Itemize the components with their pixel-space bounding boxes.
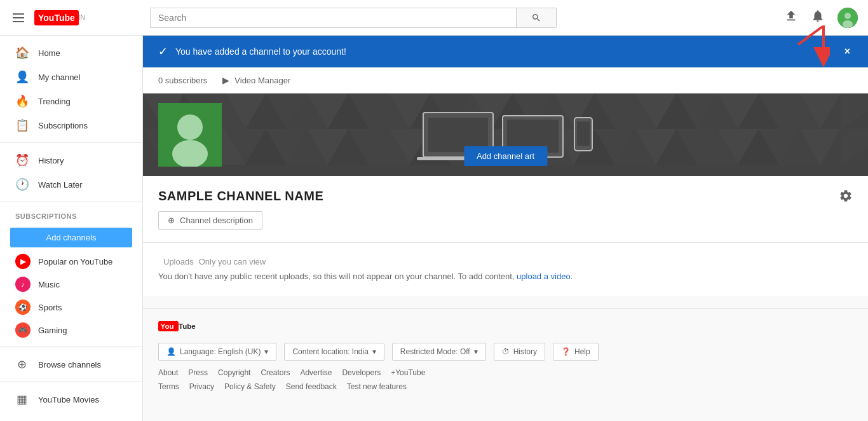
youtube-logo[interactable]: YouTube IN: [34, 10, 85, 25]
header-center: [150, 8, 784, 28]
popular-icon: ▶: [15, 254, 31, 269]
stats-bar: 0 subscribers ▶ Video Manager: [143, 67, 868, 93]
footer-history-button[interactable]: ⏱ History: [494, 343, 545, 361]
content-dropdown-icon: ▾: [372, 347, 376, 356]
footer-link-developers[interactable]: Developers: [342, 368, 381, 377]
footer-link-plusyoutube[interactable]: +YouTube: [391, 368, 425, 377]
notif-close-button[interactable]: ×: [842, 43, 853, 60]
channel-description-button[interactable]: ⊕ Channel description: [158, 211, 262, 230]
content-location-button[interactable]: Content location: India ▾: [284, 343, 384, 361]
search-button[interactable]: [516, 8, 557, 28]
footer-logo[interactable]: You Tube: [158, 319, 853, 335]
footer: You Tube 👤 Language: English (UK) ▾ Cont…: [143, 308, 868, 401]
sidebar-divider-2: [0, 202, 142, 202]
uploads-message: You don't have any public recent uploads…: [158, 272, 514, 281]
header-right: [784, 8, 858, 28]
main-content: ✓ You have added a channel to your accou…: [143, 36, 868, 421]
sidebar-label-movies: YouTube Movies: [38, 395, 99, 404]
sports-icon: ⚽: [15, 300, 31, 315]
language-button[interactable]: 👤 Language: English (UK) ▾: [158, 343, 276, 361]
sidebar-item-music[interactable]: ♪ Music: [0, 273, 142, 296]
footer-link-terms[interactable]: Terms: [158, 382, 179, 391]
footer-link-copyright[interactable]: Copyright: [218, 368, 250, 377]
footer-help-button[interactable]: ❓ Help: [553, 343, 599, 361]
footer-help-label: Help: [574, 347, 590, 356]
footer-link-press[interactable]: Press: [188, 368, 208, 377]
notif-text: You have added a channel to your account…: [175, 46, 842, 57]
search-input[interactable]: [150, 8, 516, 28]
svg-point-76: [177, 114, 203, 140]
sidebar-item-browse[interactable]: ⊕ Browse channels: [0, 352, 142, 376]
sidebar-label-history: History: [38, 156, 64, 165]
sidebar-item-trending[interactable]: 🔥 Trending: [0, 89, 142, 113]
restricted-mode-button[interactable]: Restricted Mode: Off ▾: [392, 343, 486, 361]
sidebar-item-movies[interactable]: ▦ YouTube Movies: [0, 387, 142, 411]
footer-link-testnew[interactable]: Test new features: [347, 382, 407, 391]
add-channel-art-button[interactable]: Add channel art: [464, 146, 547, 166]
channel-settings-icon[interactable]: [839, 189, 853, 206]
logo-in: IN: [79, 14, 85, 21]
header-left: YouTube IN: [10, 10, 150, 25]
sidebar: 🏠 Home 👤 My channel 🔥 Trending 📋 Subscri…: [0, 36, 143, 421]
header: YouTube IN: [0, 0, 868, 36]
sidebar-item-subscriptions[interactable]: 📋 Subscriptions: [0, 113, 142, 137]
footer-link-feedback[interactable]: Send feedback: [286, 382, 337, 391]
restricted-mode-label: Restricted Mode: Off: [400, 347, 470, 356]
sidebar-label-popular: Popular on YouTube: [38, 257, 112, 266]
uploads-title: Uploads: [163, 257, 194, 266]
sidebar-item-history[interactable]: ⏰ History: [0, 148, 142, 172]
sidebar-label-mychannel: My channel: [38, 72, 80, 82]
content-location-label: Content location: India: [292, 347, 368, 356]
sidebar-divider-4: [0, 382, 142, 382]
sidebar-item-gaming[interactable]: 🎮 Gaming: [0, 319, 142, 342]
channel-avatar: [158, 103, 222, 167]
notification-bar: ✓ You have added a channel to your accou…: [143, 36, 868, 67]
sidebar-item-watchlater[interactable]: 🕐 Watch Later: [0, 172, 142, 197]
hamburger-menu[interactable]: [10, 11, 27, 25]
notif-check-icon: ✓: [158, 45, 168, 59]
search-bar: [150, 8, 557, 28]
svg-point-4: [844, 13, 851, 19]
sidebar-divider-1: [0, 142, 142, 143]
mychannel-icon: 👤: [15, 70, 28, 84]
sidebar-label-home: Home: [38, 48, 60, 58]
svg-text:You: You: [161, 322, 174, 330]
sidebar-item-sports[interactable]: ⚽ Sports: [0, 296, 142, 319]
channel-page: 0 subscribers ▶ Video Manager: [143, 67, 868, 296]
channel-avatar-area: [158, 93, 222, 176]
restricted-dropdown-icon: ▾: [474, 347, 478, 356]
upload-video-link[interactable]: upload a video: [517, 272, 571, 281]
footer-links-2: Terms Privacy Policy & Safety Send feedb…: [158, 382, 853, 391]
footer-link-privacy[interactable]: Privacy: [189, 382, 214, 391]
sidebar-label-trending: Trending: [38, 97, 71, 106]
subscriptions-header: SUBSCRIPTIONS: [0, 207, 142, 225]
uploads-section: UploadsOnly you can view You don't have …: [143, 243, 868, 296]
channel-details: SAMPLE CHANNEL NAME ⊕ Channel descriptio…: [158, 189, 323, 230]
sidebar-divider-3: [0, 347, 142, 347]
sidebar-label-watchlater: Watch Later: [38, 180, 83, 190]
notifications-icon[interactable]: [811, 9, 825, 26]
user-avatar[interactable]: [837, 8, 858, 28]
sidebar-label-sports: Sports: [38, 303, 62, 312]
language-icon: 👤: [166, 347, 176, 356]
video-manager-link[interactable]: ▶ Video Manager: [222, 75, 290, 85]
footer-link-about[interactable]: About: [158, 368, 178, 377]
footer-history-label: History: [513, 347, 537, 356]
channel-name: SAMPLE CHANNEL NAME: [158, 189, 323, 204]
sidebar-item-mychannel[interactable]: 👤 My channel: [0, 65, 142, 89]
video-manager-icon: ▶: [222, 75, 229, 85]
sidebar-label-subscriptions: Subscriptions: [38, 121, 88, 130]
footer-link-creators[interactable]: Creators: [261, 368, 290, 377]
sidebar-item-popular[interactable]: ▶ Popular on YouTube: [0, 250, 142, 273]
svg-point-5: [843, 20, 853, 28]
sidebar-item-home[interactable]: 🏠 Home: [0, 41, 142, 65]
uploads-note: You don't have any public recent uploads…: [158, 270, 853, 283]
sidebar-label-browse: Browse channels: [38, 360, 101, 369]
footer-link-policy[interactable]: Policy & Safety: [224, 382, 276, 391]
logo-yt: YouTube: [34, 10, 79, 25]
watchlater-icon: 🕐: [15, 177, 28, 191]
add-channels-button[interactable]: Add channels: [10, 228, 132, 247]
footer-link-advertise[interactable]: Advertise: [300, 368, 332, 377]
upload-icon[interactable]: [784, 9, 798, 26]
svg-point-77: [172, 140, 208, 167]
